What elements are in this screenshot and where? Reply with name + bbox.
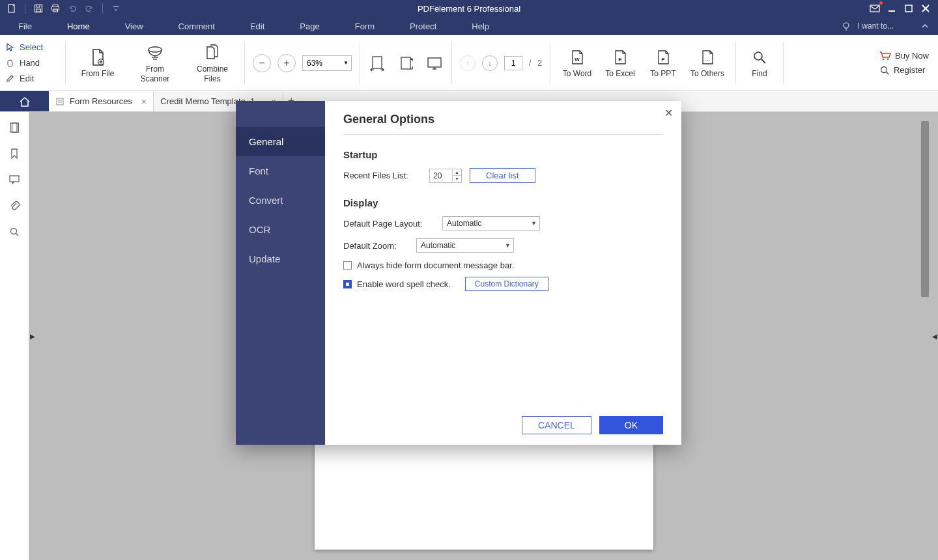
svg-rect-3 <box>36 9 41 12</box>
spell-check-label: Enable word spell check. <box>357 279 451 289</box>
spinner-down-icon[interactable]: ▼ <box>452 176 461 182</box>
qat-dropdown-icon[interactable] <box>111 3 121 14</box>
svg-point-16 <box>149 47 162 52</box>
svg-point-30 <box>881 66 887 72</box>
nav-general[interactable]: General <box>236 127 325 156</box>
app-logo-icon <box>7 3 17 14</box>
svg-text:…: … <box>705 55 711 62</box>
i-want-to-link[interactable]: I want to... <box>858 21 894 31</box>
menubar: File Home View Comment Edit Page Form Pr… <box>0 17 938 35</box>
zoom-combo[interactable]: 63%▼ <box>302 55 352 71</box>
hide-message-bar-label: Always hide form document message bar. <box>357 260 514 270</box>
svg-rect-36 <box>12 123 19 132</box>
fullscreen-button[interactable] <box>424 53 445 74</box>
svg-line-39 <box>16 234 19 236</box>
svg-line-31 <box>886 72 888 74</box>
svg-point-10 <box>844 23 849 28</box>
svg-rect-35 <box>10 123 17 132</box>
menu-file[interactable]: File <box>13 18 37 35</box>
nav-update[interactable]: Update <box>236 244 325 273</box>
find-button[interactable]: Find <box>745 47 774 78</box>
nav-convert[interactable]: Convert <box>236 186 325 215</box>
startup-heading: Startup <box>343 149 663 160</box>
collapse-ribbon-icon[interactable] <box>920 21 930 31</box>
zoom-out-button[interactable]: − <box>253 54 271 72</box>
svg-point-29 <box>887 58 889 60</box>
home-tab[interactable] <box>0 91 49 111</box>
tab-form-resources[interactable]: Form Resources × <box>49 91 154 111</box>
attachments-icon[interactable] <box>8 199 21 212</box>
svg-rect-32 <box>57 98 63 105</box>
svg-rect-21 <box>428 58 441 67</box>
hide-message-bar-checkbox[interactable] <box>343 261 352 270</box>
spinner-up-icon[interactable]: ▲ <box>452 169 461 176</box>
tab-close-icon[interactable]: × <box>141 96 147 107</box>
mail-icon[interactable] <box>869 3 881 14</box>
page-total: 2 <box>537 59 542 68</box>
from-scanner-button[interactable]: From Scanner <box>132 42 178 83</box>
select-tool[interactable]: Select <box>4 41 61 54</box>
ok-button[interactable]: OK <box>599 416 663 434</box>
next-page-button[interactable]: ↓ <box>482 55 498 71</box>
scrollbar[interactable] <box>921 121 929 297</box>
save-icon[interactable] <box>33 3 44 14</box>
bookmarks-icon[interactable] <box>8 147 21 160</box>
options-dialog: General Font Convert OCR Update ✕ Genera… <box>236 101 681 445</box>
redo-icon[interactable] <box>84 3 94 14</box>
close-icon[interactable] <box>920 3 931 14</box>
edit-tool[interactable]: Edit <box>4 72 61 85</box>
nav-font[interactable]: Font <box>236 156 325 186</box>
to-word-button[interactable]: WTo Word <box>560 47 595 78</box>
thumbnails-icon[interactable] <box>8 121 21 134</box>
cancel-button[interactable]: CANCEL <box>522 416 591 434</box>
buy-now-button[interactable]: Buy Now <box>879 51 929 61</box>
menu-page[interactable]: Page <box>294 18 324 35</box>
to-others-button[interactable]: …To Others <box>689 47 726 78</box>
maximize-icon[interactable] <box>903 3 915 14</box>
custom-dictionary-button[interactable]: Custom Dictionary <box>465 277 548 291</box>
expand-right-icon[interactable]: ◀ <box>931 323 938 349</box>
svg-rect-7 <box>870 5 879 12</box>
print-icon[interactable] <box>50 3 61 14</box>
nav-ocr[interactable]: OCR <box>236 215 325 244</box>
zoom-in-button[interactable]: + <box>277 54 296 72</box>
menu-view[interactable]: View <box>120 18 149 35</box>
default-zoom-combo[interactable]: Automatic▼ <box>416 238 514 253</box>
hand-tool[interactable]: Hand <box>4 57 61 70</box>
svg-rect-20 <box>401 57 410 69</box>
to-ppt-button[interactable]: PTo PPT <box>646 47 681 78</box>
register-button[interactable]: Register <box>879 65 929 76</box>
dialog-close-icon[interactable]: ✕ <box>662 106 675 119</box>
page-layout-combo[interactable]: Automatic▼ <box>442 216 540 231</box>
comments-icon[interactable] <box>8 173 21 186</box>
to-excel-button[interactable]: ETo Excel <box>603 47 638 78</box>
app-title: PDFelement 6 Professional <box>418 4 520 14</box>
expand-left-icon[interactable]: ▶ <box>29 323 36 349</box>
undo-icon[interactable] <box>67 3 78 14</box>
clear-list-button[interactable]: Clear list <box>470 168 535 183</box>
fit-width-button[interactable] <box>367 53 388 74</box>
dialog-title: General Options <box>343 113 663 126</box>
left-panel <box>0 112 29 560</box>
recent-files-input[interactable]: 20 ▲▼ <box>429 169 462 183</box>
menu-comment[interactable]: Comment <box>173 18 220 35</box>
svg-text:P: P <box>661 57 665 63</box>
menu-home[interactable]: Home <box>62 18 95 35</box>
page-number-input[interactable] <box>504 56 522 70</box>
combine-files-button[interactable]: Combine Files <box>190 42 235 83</box>
recent-files-label: Recent Files List: <box>343 171 421 180</box>
menu-form[interactable]: Form <box>350 18 380 35</box>
titlebar: PDFelement 6 Professional <box>0 0 938 17</box>
prev-page-button[interactable]: ↑ <box>460 55 476 71</box>
svg-point-28 <box>883 58 885 60</box>
menu-protect[interactable]: Protect <box>405 18 442 35</box>
fit-page-button[interactable] <box>395 53 416 74</box>
spell-check-checkbox[interactable] <box>343 280 352 288</box>
bulb-icon <box>841 21 851 31</box>
search-panel-icon[interactable] <box>8 225 21 238</box>
minimize-icon[interactable] <box>886 3 898 14</box>
menu-edit[interactable]: Edit <box>245 18 270 35</box>
page-sep: / <box>529 59 531 68</box>
menu-help[interactable]: Help <box>466 18 494 35</box>
from-file-button[interactable]: From File <box>75 47 121 78</box>
